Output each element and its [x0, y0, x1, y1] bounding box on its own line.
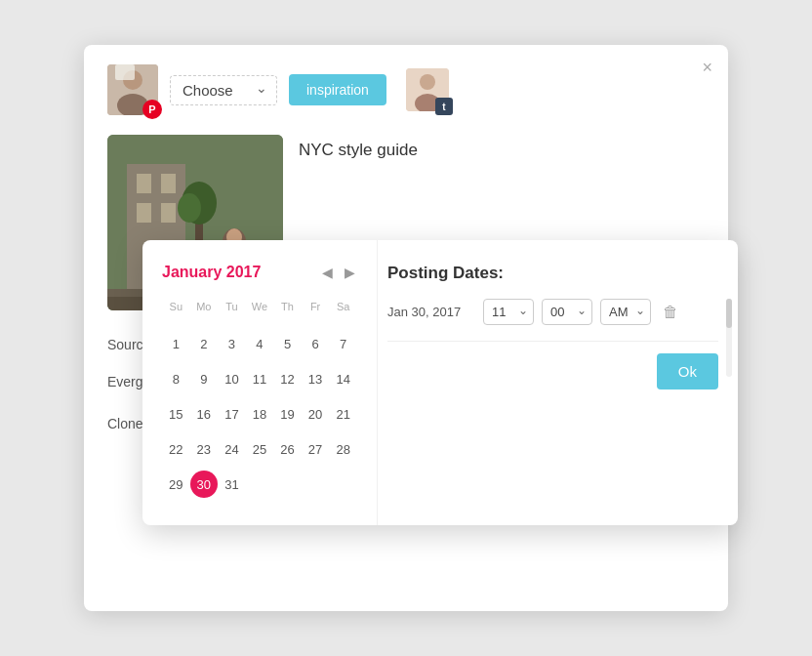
cal-day[interactable]: 31 — [218, 467, 246, 502]
cal-day[interactable]: 12 — [273, 361, 302, 396]
cal-day[interactable]: 8 — [162, 361, 190, 396]
weekday-fr: Fr — [302, 297, 330, 318]
cal-day[interactable]: 10 — [218, 361, 246, 396]
weekday-sa: Sa — [329, 297, 357, 318]
cal-day[interactable] — [273, 318, 302, 326]
cal-day[interactable]: 6 — [302, 326, 330, 361]
cal-day[interactable]: 7 — [329, 326, 357, 361]
cal-day[interactable] — [218, 318, 246, 326]
cal-day[interactable]: 18 — [246, 396, 274, 431]
svg-point-16 — [178, 193, 201, 223]
cal-day[interactable] — [329, 467, 357, 502]
cal-day[interactable]: 25 — [246, 431, 274, 467]
cal-day-selected[interactable]: 30 — [190, 467, 219, 502]
cal-day[interactable]: 17 — [218, 396, 246, 431]
inspiration-button[interactable]: inspiration — [289, 74, 386, 105]
top-row: P Choose inspiration t — [107, 64, 705, 115]
cal-day[interactable]: 2 — [190, 326, 219, 361]
choose-select[interactable]: Choose — [170, 75, 277, 105]
cal-day[interactable] — [302, 318, 330, 326]
pinterest-badge: P — [142, 100, 162, 119]
ampm-select-wrap[interactable]: AM PM — [600, 299, 651, 325]
hour-select[interactable]: 11 10 09 — [483, 299, 534, 325]
table-row: 15 16 17 18 19 20 21 — [162, 396, 357, 431]
cal-day[interactable]: 29 — [162, 467, 190, 502]
cal-day[interactable]: 4 — [246, 326, 274, 361]
cal-day[interactable]: 20 — [302, 396, 330, 431]
cal-day[interactable]: 9 — [190, 361, 219, 396]
cal-day[interactable]: 14 — [329, 361, 357, 396]
cal-day[interactable]: 5 — [273, 326, 302, 361]
cal-day[interactable]: 27 — [302, 431, 330, 467]
cal-day[interactable]: 15 — [162, 396, 190, 431]
cal-day[interactable]: 22 — [162, 431, 190, 467]
calendar-overlay: January 2017 ◀ ▶ Su Mo Tu We Th Fr Sa — [142, 240, 738, 525]
posting-date-row: Jan 30, 2017 11 10 09 00 15 30 — [387, 299, 718, 325]
post-title-text: NYC style guide — [299, 135, 418, 160]
cal-day[interactable] — [246, 318, 274, 326]
cal-day[interactable]: 13 — [302, 361, 330, 396]
choose-select-wrap[interactable]: Choose — [170, 75, 277, 105]
weekday-su: Su — [162, 297, 190, 318]
table-row: 22 23 24 25 26 27 28 — [162, 431, 357, 467]
main-modal: × P Choose inspiration — [84, 45, 728, 611]
weekday-mo: Mo — [190, 297, 219, 318]
tumblr-badge: t — [435, 98, 453, 115]
weekday-we: We — [246, 297, 274, 318]
cal-day[interactable] — [190, 318, 219, 326]
avatar-wrap: P — [107, 64, 158, 115]
svg-rect-9 — [137, 174, 151, 193]
cal-day[interactable] — [273, 467, 302, 502]
cal-day[interactable]: 3 — [218, 326, 246, 361]
calendar-weekdays-row: Su Mo Tu We Th Fr Sa — [162, 297, 357, 318]
hour-select-wrap[interactable]: 11 10 09 — [483, 299, 534, 325]
delete-posting-date-button[interactable]: 🗑 — [659, 304, 682, 321]
cal-day[interactable]: 23 — [190, 431, 219, 467]
cal-day[interactable] — [302, 467, 330, 502]
calendar-month-title: January 2017 — [162, 264, 261, 281]
cal-day[interactable]: 28 — [329, 431, 357, 467]
svg-rect-3 — [115, 64, 135, 80]
cal-day[interactable]: 11 — [246, 361, 274, 396]
svg-rect-10 — [161, 174, 176, 193]
svg-rect-11 — [137, 203, 151, 223]
posting-scroll-area: Jan 30, 2017 11 10 09 00 15 30 — [387, 299, 718, 325]
close-button[interactable]: × — [702, 59, 712, 76]
cal-day[interactable]: 26 — [273, 431, 302, 467]
ok-button[interactable]: Ok — [657, 353, 718, 390]
cal-day[interactable]: 21 — [329, 396, 357, 431]
calendar-prev-button[interactable]: ◀ — [320, 265, 335, 280]
cal-day[interactable]: 1 — [162, 326, 190, 361]
cal-day[interactable] — [329, 318, 357, 326]
cal-day[interactable]: 24 — [218, 431, 246, 467]
posting-divider — [387, 341, 718, 342]
scroll-track — [726, 299, 732, 377]
ampm-select[interactable]: AM PM — [600, 299, 651, 325]
posting-section: Posting Dates: Jan 30, 2017 11 10 09 00 — [377, 240, 738, 525]
svg-rect-12 — [161, 203, 176, 223]
calendar-next-button[interactable]: ▶ — [343, 265, 357, 280]
calendar-grid: Su Mo Tu We Th Fr Sa — [162, 297, 357, 502]
table-row — [162, 318, 357, 326]
cal-day[interactable]: 16 — [190, 396, 219, 431]
weekday-th: Th — [273, 297, 302, 318]
table-row: 1 2 3 4 5 6 7 — [162, 326, 357, 361]
minute-select[interactable]: 00 15 30 45 — [542, 299, 592, 325]
svg-point-5 — [420, 74, 435, 90]
calendar-header: January 2017 ◀ ▶ — [162, 264, 357, 281]
table-row: 29 30 31 — [162, 467, 357, 502]
tumblr-avatar: t — [406, 68, 449, 111]
calendar-section: January 2017 ◀ ▶ Su Mo Tu We Th Fr Sa — [142, 240, 377, 525]
posting-dates-title: Posting Dates: — [387, 264, 718, 283]
table-row: 8 9 10 11 12 13 14 — [162, 361, 357, 396]
weekday-tu: Tu — [218, 297, 246, 318]
cal-day[interactable] — [246, 467, 274, 502]
minute-select-wrap[interactable]: 00 15 30 45 — [542, 299, 592, 325]
posting-date-value: Jan 30, 2017 — [387, 305, 475, 319]
scroll-thumb — [726, 299, 732, 328]
calendar-nav: ◀ ▶ — [320, 265, 357, 280]
cal-day[interactable] — [162, 318, 190, 326]
cal-day[interactable]: 19 — [273, 396, 302, 431]
